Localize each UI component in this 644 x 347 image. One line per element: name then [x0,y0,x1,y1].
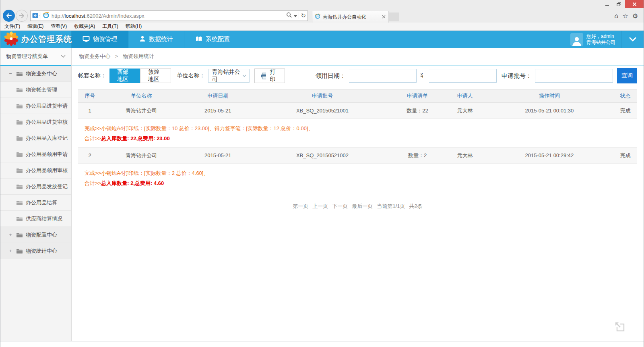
printer-icon [261,73,266,79]
sidebar-item[interactable]: 办公用品进货审核 [0,114,71,130]
nav-item-label: 数据统计 [149,35,173,43]
logo-petal-icon [4,31,19,48]
table-cell: 2015-05-21 [181,108,255,114]
folder-icon [16,119,23,125]
region-button[interactable]: 敦煌地区 [140,69,171,83]
table-cell: 青海钻井公司 [101,152,181,159]
nav-item[interactable]: 物资管理 [72,31,128,48]
chevron-down-icon [629,37,636,42]
menubar-item[interactable]: 查看(V) [51,23,67,30]
address-bar[interactable]: http://localhost:62002/Admin/Index.aspx … [30,10,308,21]
sidebar-title: 物资管理导航菜单 [6,53,48,60]
title-bar [0,0,644,9]
table-cell: 2015-05-21 00:01:30 [485,108,613,114]
menubar-item[interactable]: 编辑(E) [27,23,43,30]
page-current: 当前第1/1页 [377,203,405,209]
menubar-item[interactable]: 收藏夹(A) [74,23,95,30]
page-link[interactable]: 上一页 [312,203,328,209]
region-button[interactable]: 西部地区 [109,69,140,83]
table-cell: 2015-05-21 [181,152,255,158]
search-button[interactable]: 查询 [617,68,637,83]
url-protocol: http:// [52,13,65,19]
sidebar-item-label: 物资业务中心 [26,70,57,77]
batch-number-input[interactable] [535,69,613,83]
sidebar: 物资管理导航菜单 −物资业务中心物资帐套管理办公用品进货申请办公用品进货审核办公… [0,48,72,341]
sidebar-item[interactable]: 办公用品领用审核 [0,162,71,179]
sidebar-item[interactable]: +物资统计中心 [0,243,71,259]
divider [299,12,299,19]
page-link[interactable]: 第一页 [293,203,308,209]
menubar-item[interactable]: 帮助(H) [126,23,142,30]
browser-tab[interactable]: 青海钻井办公自动化 [312,11,388,23]
tab-title: 青海钻井办公自动化 [323,14,380,21]
menubar-item[interactable]: 文件(F) [4,23,20,30]
refresh-icon[interactable]: ↻ [301,12,306,19]
sidebar-item-label: 办公用品结算 [26,199,57,206]
menubar-item[interactable]: 工具(T) [102,23,118,30]
user-block[interactable]: 您好，admin 青海钻井公司 [565,31,621,48]
sidebar-item-label: 办公用品领用审核 [26,167,68,174]
expand-toggle-icon[interactable]: − [8,71,13,77]
compat-view-icon[interactable] [32,12,41,20]
sidebar-header[interactable]: 物资管理导航菜单 [0,48,71,66]
date-from-field[interactable] [349,69,417,83]
breadcrumb: 物资业务中心>物资领用统计 [72,48,644,66]
breadcrumb-separator: > [115,54,118,59]
sidebar-item[interactable]: 办公用品发放登记 [0,179,71,195]
breadcrumb-item[interactable]: 物资领用统计 [123,53,154,60]
detail-items-line: 完成>>小钢炮A4打印纸：[实际数量：10 总价：23.00]、得力签字笔：[实… [85,123,631,133]
unit-select[interactable]: 青海钻井公司 [208,69,249,83]
date-to-input[interactable] [423,69,494,82]
date-from-input[interactable] [343,69,414,82]
detail-total-prefix: 合计>> [85,135,101,141]
table-row[interactable]: 1青海钻井公司2015-05-21XB_SQ_20150521001数量：22元… [78,103,637,119]
forward-button[interactable] [16,10,28,22]
tab-close-icon[interactable] [382,14,386,20]
table-cell: 数量：2 [390,152,445,159]
close-button[interactable] [625,0,644,8]
table-row[interactable]: 2青海钻井公司2015-05-21XB_SQ_20150521002数量：2元大… [78,148,637,164]
detail-total-value: 总入库数量: 2,总费用: 4.60 [101,180,164,186]
nav-item[interactable]: 数据统计 [128,31,184,48]
sidebar-item[interactable]: +物资配置中心 [0,227,71,243]
page-link[interactable]: 最后一页 [352,203,373,209]
date-to-field[interactable] [429,69,497,83]
detail-total-prefix: 合计>> [85,180,101,186]
user-company: 青海钻井公司 [586,39,615,45]
sidebar-item[interactable]: 办公用品入库登记 [0,130,71,146]
header-cell: 申请日期 [181,92,255,100]
restore-button[interactable] [613,0,625,8]
sidebar-item[interactable]: 办公用品结算 [0,195,71,211]
page-link[interactable]: 下一页 [332,203,348,209]
ie-icon [43,12,50,20]
user-menu-button[interactable] [621,31,644,48]
expand-toggle-icon[interactable]: + [8,232,13,238]
corner-resize-icon[interactable] [614,321,625,334]
search-icon[interactable] [286,12,292,20]
nav-item[interactable]: 系统配置 [184,31,241,48]
new-tab-button[interactable] [389,12,399,21]
sidebar-item[interactable]: 办公用品进货申请 [0,98,71,114]
minimize-button[interactable] [601,0,613,8]
print-button[interactable]: 打印 [254,69,285,83]
table-cell: 元大林 [445,152,485,159]
favorites-star-icon[interactable]: ☆ [622,12,628,20]
detail-items-line: 完成>>小钢炮A4打印纸：[实际数量：2 总价：4.60]、 [85,168,631,178]
folder-icon [16,103,23,109]
folder-icon [16,184,23,189]
sidebar-item[interactable]: −物资业务中心 [0,66,71,82]
breadcrumb-item[interactable]: 物资业务中心 [79,53,110,60]
url-text[interactable]: http://localhost:62002/Admin/Index.aspx [52,13,286,19]
sidebar-item[interactable]: 供应商结算情况 [0,211,71,227]
sidebar-item[interactable]: 办公用品领用申请 [0,146,71,162]
tools-gear-icon[interactable]: ⚙ [632,12,638,20]
row-detail: 完成>>小钢炮A4打印纸：[实际数量：10 总价：23.00]、得力签字笔：[实… [78,119,637,148]
window-bottom-edge [0,341,644,347]
sidebar-item[interactable]: 物资帐套管理 [0,82,71,98]
search-dropdown-icon[interactable] [294,12,297,19]
expand-toggle-icon[interactable]: + [8,248,13,254]
home-icon[interactable]: ⌂ [614,12,618,20]
user-avatar-icon [570,33,583,46]
back-button[interactable] [3,10,15,22]
batch-number-label: 申请批号： [502,72,532,80]
